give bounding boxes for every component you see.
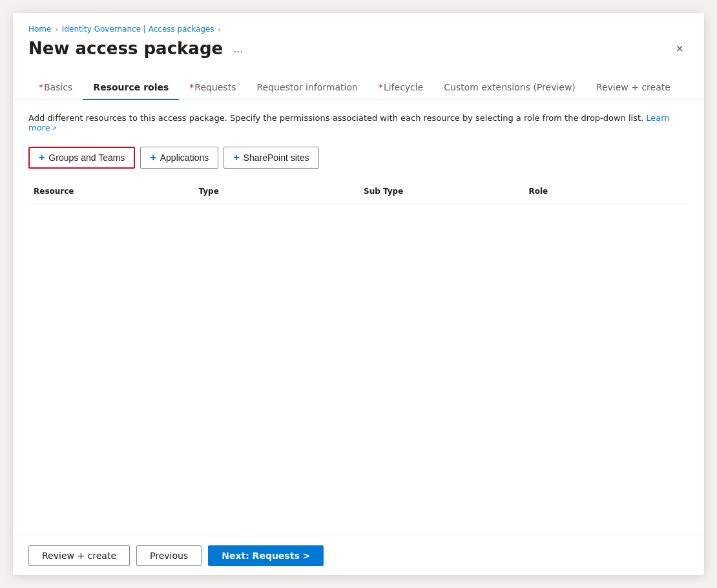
- breadcrumb-sep-2: ›: [218, 25, 221, 34]
- column-sub-type: Sub Type: [358, 184, 524, 198]
- review-create-button[interactable]: Review + create: [28, 545, 130, 566]
- sharepoint-sites-button[interactable]: + SharePoint sites: [223, 147, 318, 169]
- tab-resource-roles[interactable]: Resource roles: [83, 76, 179, 100]
- close-button[interactable]: ×: [670, 39, 689, 58]
- breadcrumb: Home › Identity Governance | Access pack…: [28, 25, 689, 34]
- sharepoint-sites-label: SharePoint sites: [244, 152, 309, 163]
- column-role: Role: [524, 184, 689, 198]
- tab-requests[interactable]: *Requests: [179, 76, 246, 100]
- tab-lifecycle[interactable]: *Lifecycle: [368, 76, 433, 100]
- required-asterisk: *: [379, 82, 383, 92]
- groups-and-teams-label: Groups and Teams: [48, 152, 125, 163]
- tabs-bar: *Basics Resource roles *Requests Request…: [13, 65, 704, 100]
- breadcrumb-home[interactable]: Home: [28, 25, 51, 34]
- previous-button[interactable]: Previous: [136, 545, 202, 566]
- external-link-icon: ↗: [52, 125, 57, 132]
- column-resource: Resource: [28, 184, 194, 198]
- tab-requestor-information[interactable]: Requestor information: [246, 76, 368, 100]
- table-header: Resource Type Sub Type Role: [28, 179, 689, 204]
- required-asterisk: *: [189, 82, 194, 92]
- groups-and-teams-button[interactable]: + Groups and Teams: [28, 147, 135, 169]
- tab-custom-extensions[interactable]: Custom extensions (Preview): [433, 76, 586, 100]
- breadcrumb-sep-1: ›: [55, 25, 57, 34]
- plus-icon: +: [233, 152, 239, 163]
- modal-footer: Review + create Previous Next: Requests …: [13, 536, 704, 575]
- required-asterisk: *: [39, 82, 43, 92]
- breadcrumb-identity-governance[interactable]: Identity Governance | Access packages: [62, 25, 214, 34]
- new-access-package-modal: Home › Identity Governance | Access pack…: [13, 13, 704, 575]
- tab-review-create[interactable]: Review + create: [586, 76, 681, 100]
- applications-button[interactable]: + Applications: [140, 147, 218, 169]
- title-row: New access package ... ×: [28, 39, 689, 58]
- modal-body: Add different resources to this access p…: [13, 100, 704, 536]
- page-title: New access package: [28, 39, 223, 58]
- title-left: New access package ...: [28, 39, 247, 58]
- tab-basics[interactable]: *Basics: [28, 76, 83, 100]
- description-text: Add different resources to this access p…: [28, 113, 689, 132]
- plus-icon: +: [150, 152, 156, 163]
- resource-buttons-row: + Groups and Teams + Applications + Shar…: [28, 147, 689, 169]
- next-requests-button[interactable]: Next: Requests >: [208, 545, 324, 566]
- table-body: [28, 204, 689, 523]
- modal-header: Home › Identity Governance | Access pack…: [13, 13, 704, 58]
- more-options-button[interactable]: ...: [229, 41, 247, 57]
- applications-label: Applications: [160, 152, 209, 163]
- column-type: Type: [194, 184, 359, 198]
- plus-icon: +: [39, 152, 45, 163]
